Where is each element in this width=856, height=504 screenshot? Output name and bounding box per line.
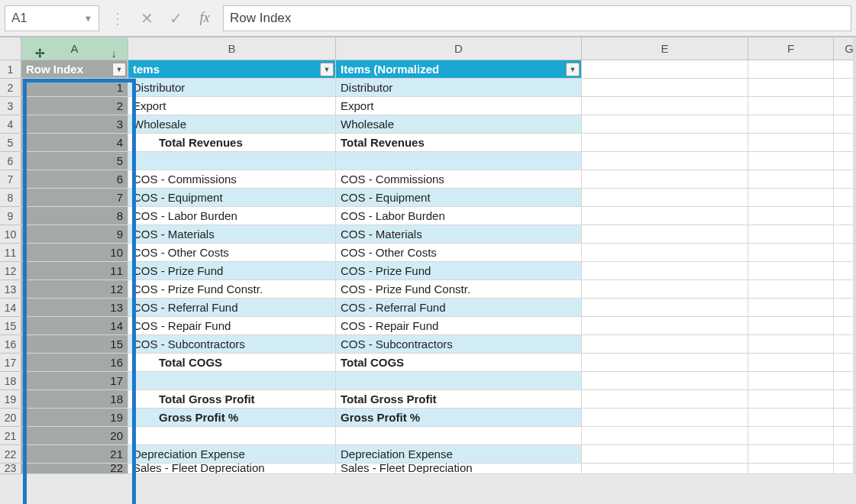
cell-row-index[interactable]: 13 [21, 299, 128, 317]
cell-row-index[interactable]: 15 [21, 335, 128, 354]
cell-items-normalized[interactable]: Total Revenues [336, 134, 582, 152]
cell-items[interactable]: COS - Prize Fund [128, 262, 336, 280]
cell-row-index[interactable]: 17 [21, 372, 128, 390]
cell-items[interactable]: COS - Materials [128, 225, 336, 244]
row-header[interactable]: 21 [0, 427, 21, 445]
cell-empty[interactable] [748, 97, 834, 115]
cell-items[interactable]: Distributor [128, 79, 336, 97]
filter-icon[interactable]: ▼ [320, 63, 334, 76]
cell-items-normalized[interactable]: Distributor [336, 79, 582, 97]
cell-row-index[interactable]: 10 [21, 244, 128, 262]
cell-items-normalized[interactable]: Export [336, 97, 582, 115]
cell-items[interactable]: COS - Other Costs [128, 244, 336, 262]
cell-items-normalized[interactable]: Gross Profit % [336, 409, 582, 427]
cell-empty[interactable] [582, 152, 748, 170]
cell-row-index[interactable]: 9 [21, 225, 128, 244]
cell-empty[interactable] [748, 152, 834, 170]
cell-empty[interactable] [748, 372, 834, 390]
name-box-dropdown-icon[interactable]: ▼ [84, 14, 92, 23]
cell-items[interactable]: COS - Repair Fund [128, 317, 336, 335]
column-header-F[interactable]: F [748, 37, 834, 60]
cell-items[interactable]: Wholesale [128, 115, 336, 134]
name-box[interactable]: A1 ▼ [5, 5, 99, 31]
table-header-items[interactable]: tems▼ [128, 60, 336, 79]
cell-row-index[interactable]: 3 [21, 115, 128, 134]
cell-row-index[interactable]: 19 [21, 409, 128, 427]
cell-empty[interactable] [582, 189, 748, 207]
cell-items[interactable]: COS - Equipment [128, 189, 336, 207]
cell-empty[interactable] [582, 409, 748, 427]
row-header[interactable]: 22 [0, 445, 21, 464]
cell-empty[interactable] [582, 262, 748, 280]
cell-empty[interactable] [748, 445, 834, 464]
cell-empty[interactable] [582, 390, 748, 409]
cell-row-index[interactable]: 20 [21, 427, 128, 445]
cell-empty[interactable] [748, 280, 834, 299]
row-header[interactable]: 3 [0, 97, 21, 115]
cancel-icon[interactable]: ✕ [136, 9, 157, 27]
row-header[interactable]: 8 [0, 189, 21, 207]
cell-items-normalized[interactable] [336, 152, 582, 170]
cell-empty[interactable] [748, 390, 834, 409]
cell-items[interactable]: COS - Commissions [128, 170, 336, 189]
cell-items[interactable]: Sales - Fleet Depreciation [128, 464, 336, 474]
cell-empty[interactable] [748, 79, 834, 97]
enter-icon[interactable]: ✓ [165, 9, 186, 27]
cell-empty[interactable] [748, 409, 834, 427]
row-header[interactable]: 12 [0, 262, 21, 280]
row-header[interactable]: 4 [0, 115, 21, 134]
cell-items-normalized[interactable]: Depreciation Expense [336, 445, 582, 464]
cell-empty[interactable] [582, 445, 748, 464]
cell-empty[interactable] [582, 225, 748, 244]
fx-icon[interactable]: fx [194, 10, 215, 26]
cell-items[interactable] [128, 372, 336, 390]
cell-empty[interactable] [582, 354, 748, 372]
cell-items-normalized[interactable]: Total COGS [336, 354, 582, 372]
row-header[interactable]: 23 [0, 464, 21, 474]
cell-empty[interactable] [582, 134, 748, 152]
column-header-D[interactable]: D [336, 37, 582, 60]
cell-row-index[interactable]: 4 [21, 134, 128, 152]
cell-empty[interactable] [582, 464, 748, 474]
cell-items[interactable]: COS - Referral Fund [128, 299, 336, 317]
row-header[interactable]: 6 [0, 152, 21, 170]
cell-empty[interactable] [748, 244, 834, 262]
cell-items-normalized[interactable] [336, 427, 582, 445]
cell-items-normalized[interactable]: COS - Repair Fund [336, 317, 582, 335]
row-header[interactable]: 9 [0, 207, 21, 225]
cell-row-index[interactable]: 5 [21, 152, 128, 170]
cell-items-normalized[interactable]: Sales - Fleet Depreciation [336, 464, 582, 474]
cell-items[interactable]: Depreciation Expense [128, 445, 336, 464]
cell-row-index[interactable]: 14 [21, 317, 128, 335]
cell-empty[interactable] [582, 299, 748, 317]
column-header-B[interactable]: B [128, 37, 336, 60]
filter-icon[interactable]: ▼ [112, 63, 126, 76]
formula-input[interactable]: Row Index [223, 5, 851, 31]
cell-empty[interactable] [748, 427, 834, 445]
row-header[interactable]: 16 [0, 335, 21, 354]
select-all-corner[interactable] [0, 37, 21, 60]
cell-items[interactable] [128, 152, 336, 170]
cell-items[interactable]: Total COGS [128, 354, 336, 372]
cell-empty[interactable] [582, 244, 748, 262]
cell-items-normalized[interactable]: COS - Referral Fund [336, 299, 582, 317]
cell-empty[interactable] [748, 189, 834, 207]
cell-items-normalized[interactable] [336, 372, 582, 390]
row-header[interactable]: 20 [0, 409, 21, 427]
cell-empty[interactable] [748, 335, 834, 354]
cell-row-index[interactable]: 12 [21, 280, 128, 299]
cell-row-index[interactable]: 22 [21, 464, 128, 474]
row-header[interactable]: 1 [0, 60, 21, 79]
column-header-A[interactable]: ✢ A ↓ [21, 37, 128, 60]
cell-empty[interactable] [748, 354, 834, 372]
cell-row-index[interactable]: 21 [21, 445, 128, 464]
cell-items-normalized[interactable]: COS - Prize Fund [336, 262, 582, 280]
vertical-scrollbar[interactable] [853, 37, 856, 474]
cell-items-normalized[interactable]: Total Gross Profit [336, 390, 582, 409]
cell-items[interactable]: Total Revenues [128, 134, 336, 152]
cell-row-index[interactable]: 6 [21, 170, 128, 189]
cell-items[interactable]: Export [128, 97, 336, 115]
cell-items-normalized[interactable]: COS - Materials [336, 225, 582, 244]
cell-items-normalized[interactable]: COS - Other Costs [336, 244, 582, 262]
cell-items-normalized[interactable]: COS - Equipment [336, 189, 582, 207]
